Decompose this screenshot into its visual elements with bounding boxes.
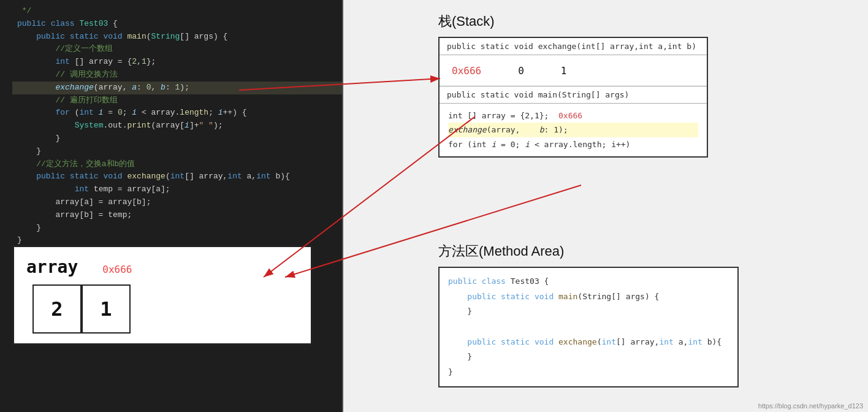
ma-line-6: }: [448, 365, 729, 380]
method-area-section: 方法区(Method Area) public class Test03 { p…: [438, 242, 739, 387]
code-line-8: // 遍历打印数组: [12, 94, 342, 107]
code-line-16: array[a] = array[b];: [12, 196, 342, 209]
heap-box: array 0x666 2 1: [12, 245, 313, 345]
code-line-2: public static void main(String[] args) {: [12, 31, 342, 44]
stack-main-line-1: exchange(array, b: 1);: [448, 123, 698, 137]
watermark: https://blog.csdn.net/hyparke_d123: [758, 402, 863, 410]
ma-line-5: }: [448, 349, 729, 365]
ma-line-1: public static void main(String[] args) {: [448, 289, 729, 305]
heap-section: array 0x666 2 1: [12, 245, 313, 345]
code-line-13: //定义方法，交换a和b的值: [12, 158, 342, 171]
stack-values-row: 0x666 0 1: [440, 55, 707, 86]
code-line-17: array[b] = temp;: [12, 209, 342, 222]
stack-title: 栈(Stack): [438, 12, 739, 31]
code-line-9: for (int i = 0; i < array.length; i++) {: [12, 107, 342, 120]
stack-val-addr: 0x666: [452, 65, 481, 77]
heap-cell-0: 2: [32, 284, 82, 334]
code-line-14: public static void exchange(int[] array,…: [12, 170, 342, 183]
code-panel: */ public class Test03 { public static v…: [0, 0, 343, 412]
method-box: public class Test03 { public static void…: [438, 267, 739, 387]
code-line-1: public class Test03 {: [12, 18, 342, 31]
method-area-title: 方法区(Method Area): [438, 242, 739, 261]
stack-val-a: 0: [518, 65, 524, 77]
code-line-18: }: [12, 222, 342, 235]
stack-section: 栈(Stack) public static void exchange(int…: [438, 12, 739, 158]
code-line-7: exchange(array, a: 0, b: 1);: [12, 82, 342, 94]
ma-line-3: [448, 319, 729, 335]
code-line-0: */: [12, 5, 342, 18]
stack-main-header: public static void main(String[] args): [440, 86, 707, 104]
stack-main-body: int [] array = {2,1}; 0x666 exchange(arr…: [440, 104, 707, 156]
heap-address: 0x666: [102, 264, 132, 275]
code-line-15: int temp = array[a];: [12, 183, 342, 196]
ma-line-2: }: [448, 304, 729, 319]
code-line-4: //定义一个数组: [12, 43, 342, 56]
code-line-11: }: [12, 132, 342, 145]
heap-array: 2 1: [32, 284, 299, 334]
ma-line-0: public class Test03 {: [448, 274, 729, 289]
ma-line-4: public static void exchange(int[] array,…: [448, 335, 729, 350]
code-line-5: int [] array = {2,1};: [12, 56, 342, 69]
stack-val-b: 1: [561, 65, 567, 77]
right-area: 栈(Stack) public static void exchange(int…: [343, 0, 868, 412]
code-line-6: // 调用交换方法: [12, 69, 342, 82]
heap-cell-1: 1: [82, 284, 131, 334]
stack-main-line-0: int [] array = {2,1}; 0x666: [448, 109, 698, 123]
code-line-10: System.out.print(array[i]+" ");: [12, 120, 342, 132]
stack-outer-box: public static void exchange(int[] array,…: [438, 37, 708, 158]
stack-main-line-2: for (int i = 0; i < array.length; i++): [448, 137, 698, 151]
heap-label: array: [26, 257, 78, 277]
code-line-12: }: [12, 145, 342, 158]
stack-exchange-header: public static void exchange(int[] array,…: [440, 38, 707, 55]
